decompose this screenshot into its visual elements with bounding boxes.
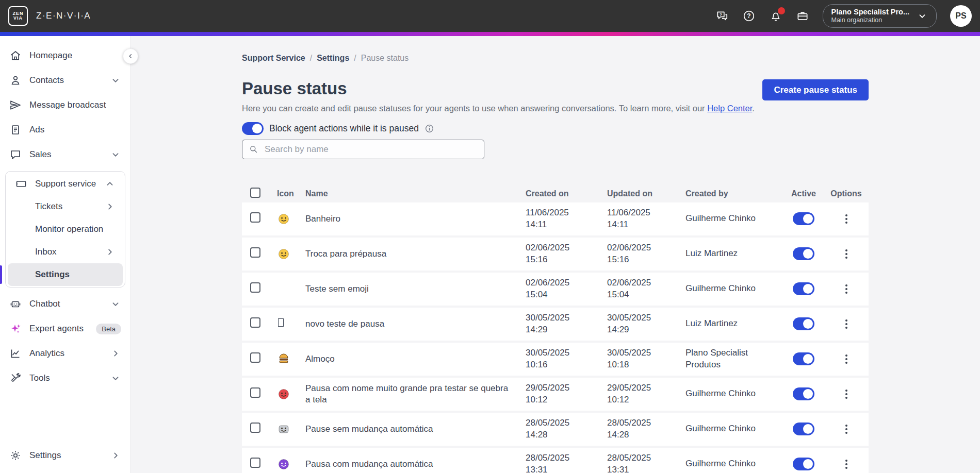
chevron-right-icon [104, 246, 116, 258]
select-all-checkbox[interactable] [250, 188, 260, 198]
active-toggle[interactable] [793, 423, 814, 435]
sidebar-item-contacts[interactable]: Contacts [0, 68, 130, 93]
person-icon [9, 74, 22, 87]
logo-line-2: VIA [13, 16, 23, 21]
pause-status-emoji [278, 388, 305, 400]
block-agent-toggle-label: Block agent actions while it is paused [269, 123, 419, 134]
updated-time: 14:11 [607, 219, 685, 231]
options-menu-button[interactable] [842, 316, 851, 332]
help-center-link[interactable]: Help Center [707, 104, 752, 113]
created-on-cell: 11/06/202514:11 [526, 207, 607, 231]
breadcrumb-support-service[interactable]: Support Service [242, 54, 305, 63]
row-checkbox[interactable] [250, 212, 260, 223]
pause-status-emoji [278, 213, 305, 225]
sidebar-item-label: Support service [35, 179, 96, 189]
help-icon[interactable] [742, 9, 756, 23]
options-menu-button[interactable] [842, 211, 851, 227]
pause-status-emoji [278, 248, 305, 260]
search-input[interactable] [264, 144, 478, 155]
briefcase-icon[interactable] [796, 9, 809, 23]
updated-date: 02/06/2025 [607, 242, 685, 254]
sidebar-item-label: Chatbot [29, 299, 60, 309]
table-row: Pause sem mudança automática 28/05/20251… [242, 413, 869, 446]
updated-on-cell: 02/06/202515:04 [607, 277, 685, 301]
active-toggle[interactable] [793, 247, 814, 260]
row-checkbox[interactable] [250, 352, 260, 363]
tools-icon [9, 372, 22, 384]
updated-time: 15:04 [607, 289, 685, 301]
sidebar-item-tools[interactable]: Tools [0, 366, 130, 391]
active-toggle[interactable] [793, 387, 814, 400]
sidebar-item-tickets[interactable]: Tickets [8, 195, 123, 218]
sidebar-item-analytics[interactable]: Analytics [0, 341, 130, 366]
updated-date: 30/05/2025 [607, 347, 685, 359]
avatar[interactable]: PS [950, 5, 972, 27]
row-checkbox[interactable] [250, 387, 260, 398]
created-time: 14:28 [526, 429, 607, 441]
header-options: Options [824, 189, 869, 198]
active-toggle[interactable] [793, 352, 814, 365]
updated-on-cell: 29/05/202510:12 [607, 382, 685, 406]
create-pause-status-button[interactable]: Create pause status [762, 79, 869, 100]
sidebar-item-monitor-operation[interactable]: Monitor operation [8, 218, 123, 241]
options-menu-button[interactable] [842, 386, 851, 402]
sidebar-item-ads[interactable]: Ads [0, 117, 130, 142]
row-checkbox[interactable] [250, 423, 260, 433]
block-agent-toggle[interactable] [242, 122, 264, 135]
updated-time: 13:31 [607, 464, 685, 473]
sidebar: Homepage Contacts Message broadcast Ads … [0, 36, 131, 473]
sidebar-collapse-button[interactable] [123, 48, 138, 64]
table-header: Icon Name Created on Updated on Created … [242, 185, 869, 202]
sidebar-item-settings-bottom[interactable]: Settings [0, 443, 130, 468]
options-menu-button[interactable] [842, 281, 851, 297]
sidebar-item-label: Expert agents [29, 324, 84, 334]
options-menu-button[interactable] [842, 457, 851, 472]
sidebar-item-label: Analytics [29, 348, 64, 359]
row-checkbox[interactable] [250, 317, 260, 328]
created-by-cell: Luiz Martinez [685, 248, 783, 259]
notifications-bell-icon[interactable] [769, 9, 782, 23]
sidebar-item-homepage[interactable]: Homepage [0, 43, 130, 68]
row-checkbox[interactable] [250, 247, 260, 258]
sidebar-item-message-broadcast[interactable]: Message broadcast [0, 93, 130, 117]
updated-on-cell: 02/06/202515:16 [607, 242, 685, 266]
created-time: 14:11 [526, 219, 607, 231]
sidebar-item-chatbot[interactable]: Chatbot [0, 292, 130, 316]
options-menu-button[interactable] [842, 351, 851, 367]
sidebar-item-support-service[interactable]: Support service [8, 173, 123, 195]
sparkles-icon [9, 323, 22, 335]
active-toggle[interactable] [793, 212, 814, 225]
table-row: Teste sem emoji 02/06/202515:04 02/06/20… [242, 273, 869, 306]
info-icon[interactable] [424, 124, 434, 133]
pause-status-name: Pause sem mudança automática [305, 424, 526, 434]
sidebar-item-expert-agents[interactable]: Expert agents Beta [0, 316, 130, 341]
row-checkbox[interactable] [250, 458, 260, 468]
breadcrumb-settings[interactable]: Settings [317, 54, 349, 63]
active-toggle[interactable] [793, 458, 814, 470]
options-menu-button[interactable] [842, 421, 851, 437]
sidebar-item-inbox[interactable]: Inbox [8, 241, 123, 263]
created-time: 10:12 [526, 394, 607, 406]
sidebar-item-settings-selected[interactable]: Settings [8, 263, 123, 286]
created-on-cell: 28/05/202514:28 [526, 417, 607, 441]
beta-badge: Beta [96, 324, 121, 334]
organization-selector[interactable]: Plano Specialist Pro... Main organizatio… [823, 4, 937, 28]
pause-status-name: Troca para prépausa [305, 248, 526, 259]
chevron-down-icon [110, 298, 121, 310]
active-toggle[interactable] [793, 282, 814, 295]
sidebar-item-sales[interactable]: Sales [0, 142, 130, 167]
updated-time: 14:28 [607, 429, 685, 441]
organization-subtitle: Main organization [831, 16, 883, 25]
updated-time: 10:18 [607, 359, 685, 371]
options-menu-button[interactable] [842, 246, 851, 262]
created-time: 10:16 [526, 359, 607, 371]
support-chat-icon[interactable] [715, 9, 729, 23]
active-toggle[interactable] [793, 317, 814, 330]
created-date: 29/05/2025 [526, 382, 607, 394]
pause-status-name: Pausa com nome muito grande pra testar s… [305, 383, 526, 405]
header-name: Name [305, 189, 526, 198]
row-checkbox[interactable] [250, 282, 260, 293]
page-description: Here you can create and edit pause statu… [242, 104, 869, 113]
sidebar-item-label: Monitor operation [35, 224, 103, 234]
breadcrumb: Support Service / Settings / Pause statu… [242, 54, 869, 63]
